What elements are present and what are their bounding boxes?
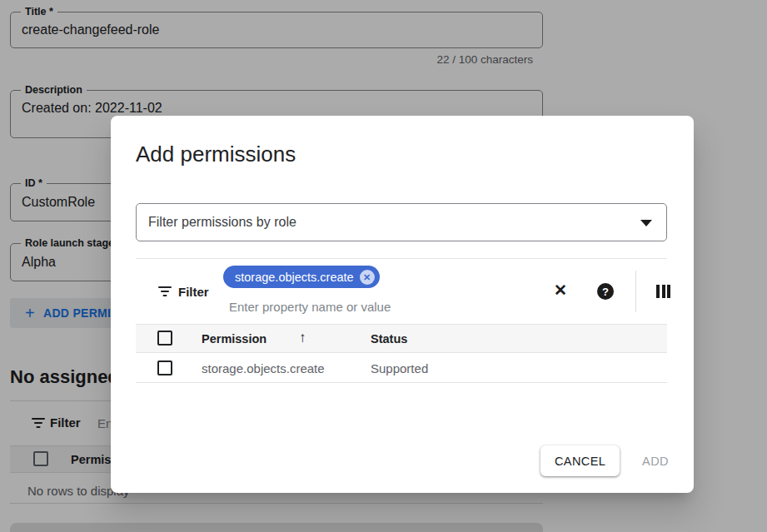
- add-permissions-dialog: Add permissions Filter permissions by ro…: [111, 116, 694, 493]
- permissions-table-panel: Filter storage.objects.create ✕ Enter pr…: [136, 258, 667, 383]
- chevron-down-icon: [640, 220, 652, 226]
- table-filter-label: Filter: [178, 285, 209, 299]
- column-display-options-icon[interactable]: [656, 285, 670, 298]
- table-header-row: Permission ↑ Status: [136, 324, 667, 353]
- table-filter-bar: Filter storage.objects.create ✕ Enter pr…: [136, 259, 667, 324]
- status-cell: Supported: [371, 361, 428, 375]
- permission-cell: storage.objects.create: [202, 361, 325, 375]
- help-icon[interactable]: ?: [597, 283, 614, 300]
- filter-chip-label: storage.objects.create: [235, 271, 354, 284]
- divider: [635, 271, 636, 312]
- role-select-placeholder: Filter permissions by role: [148, 215, 296, 230]
- select-all-checkbox[interactable]: [157, 331, 172, 346]
- filter-chip[interactable]: storage.objects.create ✕: [223, 266, 380, 288]
- filter-icon: [158, 286, 172, 296]
- table-filter-input[interactable]: Enter property name or value: [229, 300, 391, 314]
- filter-permissions-by-role-select[interactable]: Filter permissions by role: [136, 203, 667, 241]
- sort-ascending-icon[interactable]: ↑: [299, 330, 306, 346]
- table-row[interactable]: storage.objects.create Supported: [136, 353, 667, 383]
- clear-filters-icon[interactable]: ✕: [554, 281, 567, 300]
- add-button[interactable]: ADD: [624, 445, 687, 476]
- status-column-header[interactable]: Status: [371, 332, 407, 346]
- row-checkbox[interactable]: [157, 360, 172, 375]
- permission-column-header[interactable]: Permission: [202, 332, 266, 346]
- chip-remove-icon[interactable]: ✕: [360, 270, 375, 285]
- dialog-title: Add permissions: [136, 142, 296, 167]
- cancel-button[interactable]: CANCEL: [540, 445, 620, 476]
